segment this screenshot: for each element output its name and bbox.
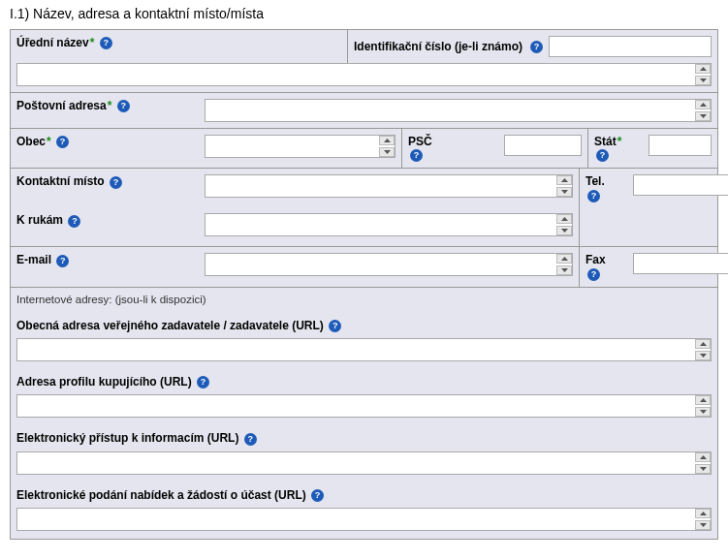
spinner-controls: [695, 452, 711, 474]
spin-down-icon[interactable]: [379, 147, 395, 157]
spin-up-icon[interactable]: [695, 509, 711, 518]
help-icon[interactable]: ?: [110, 176, 122, 189]
help-icon[interactable]: ?: [329, 320, 341, 332]
spin-down-icon[interactable]: [556, 187, 572, 197]
spin-down-icon[interactable]: [556, 265, 572, 275]
label-postovni-adresa: Poštovní adresa: [16, 99, 107, 112]
spin-up-icon[interactable]: [556, 175, 572, 185]
label-id-cislo: Identifikační číslo (je-li známo): [354, 40, 522, 53]
form-area: Úřední název* ? Identifikační číslo (je-…: [10, 29, 718, 540]
spinner-controls: [556, 214, 572, 235]
spinner-url-profil: [16, 394, 712, 418]
label-fax: Fax: [586, 253, 606, 266]
label-psc: PSČ: [408, 135, 432, 148]
cell-uredni-nazev-label: Úřední název* ?: [11, 30, 347, 63]
spin-down-icon[interactable]: [695, 111, 711, 121]
spin-down-icon[interactable]: [695, 464, 711, 474]
spinner-controls: [695, 339, 711, 360]
spinner-email: [205, 253, 573, 276]
help-icon[interactable]: ?: [56, 255, 69, 267]
help-icon[interactable]: ?: [117, 100, 130, 112]
input-psc[interactable]: [504, 135, 582, 156]
label-url-profil-wrap: Adresa profilu kupujícího (URL) ?: [16, 375, 712, 389]
spinner-url-obecna: [16, 338, 712, 361]
spinner-controls: [556, 175, 572, 197]
cell-id-cislo: Identifikační číslo (je-li známo) ?: [347, 30, 717, 63]
svg-marker-8: [561, 217, 568, 221]
spin-down-icon[interactable]: [695, 351, 711, 360]
svg-marker-1: [700, 78, 707, 82]
help-icon[interactable]: ?: [311, 489, 324, 502]
svg-marker-2: [700, 103, 707, 107]
label-k-rukam: K rukám: [16, 213, 63, 227]
input-obec[interactable]: [205, 135, 396, 158]
input-id-cislo[interactable]: [549, 36, 712, 57]
input-stat[interactable]: [649, 135, 712, 156]
label-kontaktni-misto: Kontaktní místo: [16, 174, 105, 188]
label-url-elektronicky-pristup: Elektronický přístup k informacím (URL): [16, 431, 238, 445]
input-url-elektronicke-podani[interactable]: [16, 508, 712, 531]
label-url-obecna-wrap: Obecná adresa veřejného zadavatele / zad…: [16, 319, 712, 332]
cell-stat-input: [643, 129, 717, 168]
spin-up-icon[interactable]: [695, 452, 711, 462]
cell-kontaktni-input: [199, 169, 579, 207]
cell-krukam-label: K rukám ?: [11, 207, 199, 246]
spinner-obec: [205, 135, 396, 158]
help-icon[interactable]: ?: [587, 268, 600, 281]
help-icon[interactable]: ?: [100, 37, 112, 49]
label-url-elektronicke-podani: Elektronické podání nabídek a žádostí o …: [16, 488, 306, 502]
spin-up-icon[interactable]: [695, 100, 711, 109]
required-marker: *: [46, 135, 51, 148]
input-tel[interactable]: [633, 174, 728, 196]
svg-marker-7: [561, 190, 568, 194]
spin-up-icon[interactable]: [556, 214, 572, 224]
input-uredni-nazev[interactable]: [16, 63, 712, 86]
svg-marker-9: [561, 229, 568, 233]
cell-obec-label: Obec* ?: [11, 129, 199, 168]
svg-marker-18: [700, 512, 707, 515]
input-fax[interactable]: [633, 253, 728, 274]
input-url-profil[interactable]: [16, 394, 712, 418]
spinner-controls: [695, 395, 711, 417]
svg-marker-14: [700, 398, 707, 402]
spin-down-icon[interactable]: [695, 407, 711, 417]
label-url-elektronicke-podani-wrap: Elektronické podání nabídek a žádostí o …: [16, 488, 712, 502]
input-kontaktni-misto[interactable]: [205, 174, 573, 198]
cell-obec-input: [199, 129, 402, 168]
spin-up-icon[interactable]: [695, 395, 711, 405]
svg-marker-13: [700, 354, 707, 358]
help-icon[interactable]: ?: [244, 433, 257, 446]
help-icon[interactable]: ?: [68, 215, 80, 228]
spin-down-icon[interactable]: [556, 226, 572, 235]
label-email: E-mail: [16, 253, 51, 266]
input-postovni-adresa[interactable]: [205, 99, 712, 122]
input-url-elektronicky-pristup[interactable]: [16, 451, 712, 475]
help-icon[interactable]: ?: [587, 190, 600, 202]
label-url-profil: Adresa profilu kupujícího (URL): [16, 375, 192, 389]
spinner-controls: [695, 64, 711, 85]
cell-postovni-input: [199, 93, 717, 128]
svg-marker-5: [384, 150, 391, 154]
help-icon[interactable]: ?: [197, 376, 209, 389]
input-email[interactable]: [205, 253, 573, 276]
help-icon[interactable]: ?: [410, 149, 423, 162]
spin-down-icon[interactable]: [695, 76, 711, 85]
cell-tel-label: Tel. ?: [579, 169, 627, 246]
spin-up-icon[interactable]: [695, 64, 711, 74]
help-icon[interactable]: ?: [530, 41, 543, 53]
label-url-elektronicky-pristup-wrap: Elektronický přístup k informacím (URL) …: [16, 431, 712, 445]
spin-down-icon[interactable]: [695, 520, 711, 530]
spin-up-icon[interactable]: [379, 136, 395, 145]
input-url-obecna[interactable]: [16, 338, 712, 361]
label-stat: Stát: [594, 135, 617, 148]
spinner-uredni-nazev: [16, 63, 712, 86]
cell-fax-label: Fax ?: [579, 247, 627, 286]
help-icon[interactable]: ?: [596, 149, 609, 162]
spin-up-icon[interactable]: [556, 254, 572, 264]
label-url-obecna: Obecná adresa veřejného zadavatele / zad…: [16, 319, 324, 332]
svg-marker-12: [700, 342, 707, 346]
help-icon[interactable]: ?: [56, 136, 69, 148]
input-k-rukam[interactable]: [205, 213, 573, 236]
cell-kontaktni-label: Kontaktní místo ?: [11, 169, 199, 207]
spin-up-icon[interactable]: [695, 339, 711, 349]
